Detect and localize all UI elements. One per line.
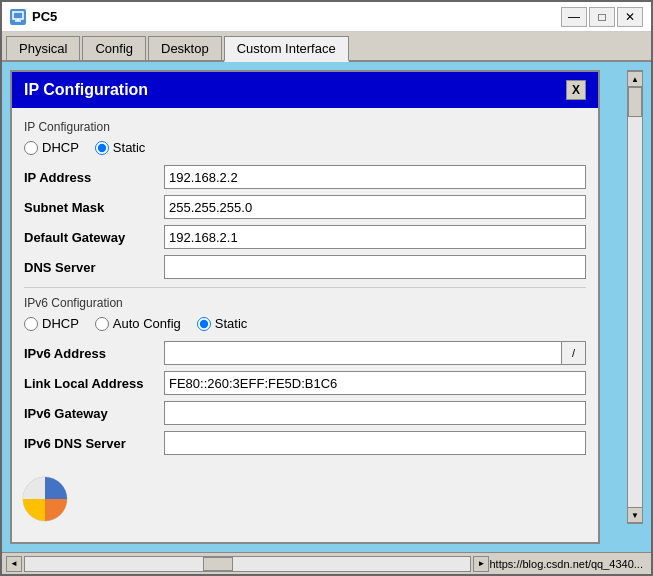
ipv6-dns-server-row: IPv6 DNS Server <box>24 431 586 455</box>
close-button[interactable]: ✕ <box>617 7 643 27</box>
pc-image-area <box>10 464 90 524</box>
dns-server-row: DNS Server <box>24 255 586 279</box>
ip-radio-static[interactable]: Static <box>95 140 146 155</box>
default-gateway-row: Default Gateway <box>24 225 586 249</box>
section-divider <box>24 287 586 288</box>
title-bar: PC5 — □ ✕ <box>2 2 651 32</box>
maximize-button[interactable]: □ <box>589 7 615 27</box>
ipv6-address-input[interactable] <box>164 341 562 365</box>
dialog-title: IP Configuration <box>24 81 148 99</box>
ip-radio-group: DHCP Static <box>24 140 586 155</box>
svg-rect-0 <box>13 12 23 19</box>
subnet-mask-label: Subnet Mask <box>24 200 164 215</box>
ipv6-dns-server-input[interactable] <box>164 431 586 455</box>
ip-address-input[interactable] <box>164 165 586 189</box>
ipv6-gateway-input[interactable] <box>164 401 586 425</box>
dialog-close-button[interactable]: X <box>566 80 586 100</box>
ipv6-radio-group: DHCP Auto Config Static <box>24 316 586 331</box>
horizontal-scrollbar-thumb[interactable] <box>203 557 233 571</box>
ipv6-address-row: IPv6 Address / <box>24 341 586 365</box>
ip-address-label: IP Address <box>24 170 164 185</box>
link-local-address-input[interactable] <box>164 371 586 395</box>
ip-config-dialog: IP Configuration X IP Configuration DHCP… <box>10 70 600 544</box>
link-local-address-label: Link Local Address <box>24 376 164 391</box>
subnet-mask-row: Subnet Mask <box>24 195 586 219</box>
scrollbar-thumb[interactable] <box>628 87 642 117</box>
content-area: IP Configuration X IP Configuration DHCP… <box>2 62 651 552</box>
subnet-mask-input[interactable] <box>164 195 586 219</box>
scroll-left-button[interactable]: ◄ <box>6 556 22 572</box>
ipv6-radio-dhcp[interactable]: DHCP <box>24 316 79 331</box>
dns-server-label: DNS Server <box>24 260 164 275</box>
scrollbar-up-button[interactable]: ▲ <box>627 71 643 87</box>
bottom-bar: ◄ ► https://blog.csdn.net/qq_4340... <box>2 552 651 574</box>
ip-address-row: IP Address <box>24 165 586 189</box>
window: PC5 — □ ✕ Physical Config Desktop Custom… <box>0 0 653 576</box>
scrollbar-down-button[interactable]: ▼ <box>627 507 643 523</box>
app-icon <box>10 9 26 25</box>
ipv6-radio-static[interactable]: Static <box>197 316 248 331</box>
status-url: https://blog.csdn.net/qq_4340... <box>489 558 647 570</box>
default-gateway-label: Default Gateway <box>24 230 164 245</box>
ipv6-address-input-wrapper: / <box>164 341 586 365</box>
ipv6-prefix-suffix: / <box>562 341 586 365</box>
link-local-address-row: Link Local Address <box>24 371 586 395</box>
ipv6-gateway-row: IPv6 Gateway <box>24 401 586 425</box>
tab-bar: Physical Config Desktop Custom Interface <box>2 32 651 62</box>
horizontal-scrollbar <box>24 556 471 572</box>
ipv6-address-label: IPv6 Address <box>24 346 164 361</box>
tab-config[interactable]: Config <box>82 36 146 60</box>
tab-physical[interactable]: Physical <box>6 36 80 60</box>
window-controls: — □ ✕ <box>561 7 643 27</box>
minimize-button[interactable]: — <box>561 7 587 27</box>
ipv6-radio-auto-config[interactable]: Auto Config <box>95 316 181 331</box>
ipv6-gateway-label: IPv6 Gateway <box>24 406 164 421</box>
tab-custom-interface[interactable]: Custom Interface <box>224 36 349 62</box>
tab-desktop[interactable]: Desktop <box>148 36 222 60</box>
vertical-scrollbar: ▲ ▼ <box>627 70 643 524</box>
scrollbar-track <box>628 87 642 507</box>
dialog-header: IP Configuration X <box>12 72 598 108</box>
dialog-body: IP Configuration DHCP Static IP Address <box>12 108 598 469</box>
ip-config-section-label: IP Configuration <box>24 120 586 134</box>
dns-server-input[interactable] <box>164 255 586 279</box>
ipv6-config-section-label: IPv6 Configuration <box>24 296 586 310</box>
default-gateway-input[interactable] <box>164 225 586 249</box>
window-title: PC5 <box>32 9 561 24</box>
ip-radio-dhcp[interactable]: DHCP <box>24 140 79 155</box>
ipv6-dns-server-label: IPv6 DNS Server <box>24 436 164 451</box>
scroll-right-button[interactable]: ► <box>473 556 489 572</box>
